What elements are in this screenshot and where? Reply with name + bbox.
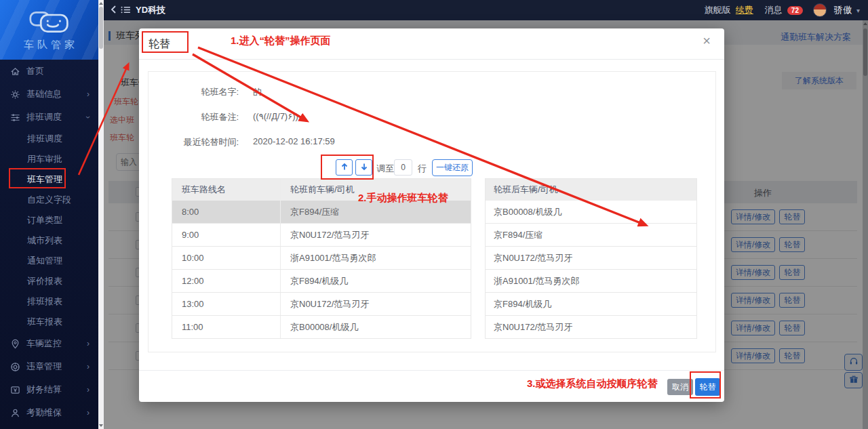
- after-rotation-row[interactable]: 京F894/机级几: [486, 293, 696, 316]
- sidebar-item-order-types[interactable]: 订单类型: [0, 210, 98, 230]
- sidebar-item-label: 考勤维保: [26, 407, 62, 419]
- sidebar-item-label: 排班调度: [27, 133, 62, 145]
- arrow-down-icon: [360, 163, 368, 173]
- sidebar-item-label: 评价报表: [27, 275, 62, 287]
- before-rotation-row[interactable]: 13:00京N0U172/范马刃牙: [172, 293, 471, 316]
- sidebar-item-label: 城市列表: [27, 234, 62, 247]
- row-unit-label: 行: [418, 163, 427, 175]
- messages-link[interactable]: 消息: [765, 4, 783, 16]
- sidebar-item-schedule-dispatch-sub[interactable]: 排班调度: [0, 129, 98, 149]
- sidebar-item-basic-info[interactable]: 基础信息›: [0, 83, 98, 106]
- before-rotation-row[interactable]: 12:00京F894/机级几: [172, 270, 471, 293]
- adjust-label: 调至: [376, 163, 394, 175]
- sliders-icon: [10, 113, 20, 123]
- route-name: 12:00: [172, 270, 281, 292]
- collapse-sidebar-icon[interactable]: [111, 5, 116, 16]
- after-rotation-row[interactable]: 京F894/压缩: [486, 224, 696, 247]
- sidebar-item-finance-settlement[interactable]: 财务结算›: [0, 378, 98, 401]
- before-rotation-row[interactable]: 10:00浙A91001/范马勇次郎: [172, 247, 471, 270]
- route-name: 11:00: [172, 316, 281, 338]
- sidebar-item-custom-fields[interactable]: 自定义字段: [0, 190, 98, 210]
- sidebar-item-label: 排班调度: [26, 111, 62, 123]
- before-vehicle-driver: 京N0U172/范马刃牙: [281, 293, 471, 315]
- sidebar-item-label: 基础信息: [26, 88, 62, 100]
- scroll-up-icon[interactable]: [99, 2, 103, 5]
- sidebar-item-label: 违章管理: [26, 361, 62, 373]
- after-rotation-table: 轮班后车辆/司机 京B00008/机级几京F894/压缩京N0U172/范马刃牙…: [485, 178, 697, 339]
- username[interactable]: 骄傲: [834, 4, 852, 16]
- sidebar-item-label: 订单类型: [27, 214, 62, 226]
- app-name: 车队管家: [20, 39, 78, 52]
- after-rotation-row[interactable]: 浙A91001/范马勇次郎: [486, 270, 696, 293]
- sidebar-item-schedule-report[interactable]: 排班报表: [0, 291, 98, 312]
- before-rotation-row[interactable]: 9:00京N0U172/范马刃牙: [172, 224, 471, 247]
- modal-title: 轮替: [149, 37, 170, 52]
- sidebar-item-schedule-dispatch[interactable]: 排班调度›: [0, 106, 98, 129]
- shift-remark-value: ((٩(//Д/7)۶)): [253, 111, 298, 121]
- sidebar-item-label: 财务结算: [26, 384, 62, 396]
- sidebar-menu: 首页基础信息›排班调度›排班调度用车审批班车管理自定义字段订单类型城市列表通知管…: [0, 60, 98, 424]
- after-rotation-row[interactable]: 京N0U172/范马刃牙: [486, 316, 696, 339]
- sidebar-item-attendance-maintenance[interactable]: 考勤维保›: [0, 401, 98, 424]
- avatar[interactable]: [813, 3, 827, 17]
- rotation-modal: 轮替 × 轮班名字: 的 轮班备注: ((٩(//Д/7)۶)) 最近轮替时间:…: [139, 28, 724, 402]
- gear-icon: [10, 89, 20, 100]
- shift-name-label: 轮班名字:: [166, 86, 239, 98]
- route-name: 9:00: [172, 224, 281, 246]
- after-rotation-row[interactable]: 京N0U172/范马刃牙: [486, 247, 696, 270]
- sidebar-item-label: 排班报表: [27, 295, 62, 308]
- sidebar-item-vehicle-monitor[interactable]: 车辆监控›: [0, 332, 98, 355]
- sidebar-item-violation-management[interactable]: 违章管理›: [0, 355, 98, 378]
- one-key-restore-button[interactable]: 一键还原: [432, 159, 473, 176]
- after-vehicle-driver: 京N0U172/范马刃牙: [486, 247, 696, 269]
- modal-header-divider: [139, 59, 724, 60]
- move-up-button[interactable]: [336, 159, 353, 176]
- after-vehicle-driver: 京B00008/机级几: [486, 201, 696, 223]
- sidebar-item-home[interactable]: 首页: [0, 60, 98, 83]
- renew-link[interactable]: 续费: [736, 4, 753, 16]
- before-table-body: 8:00京F894/压缩9:00京N0U172/范马刃牙10:00浙A91001…: [172, 201, 471, 339]
- sidebar-item-shuttle-report[interactable]: 班车报表: [0, 312, 98, 332]
- sidebar-item-notice-management[interactable]: 通知管理: [0, 251, 98, 271]
- before-vehicle-driver: 京N0U172/范马刃牙: [281, 224, 471, 246]
- last-rotation-time-label: 最近轮替时间:: [166, 136, 239, 148]
- before-vehicle-driver: 京F894/压缩: [281, 201, 471, 223]
- sidebar-item-vehicle-approval[interactable]: 用车审批: [0, 149, 98, 169]
- chevron-down-icon[interactable]: ▾: [856, 7, 860, 14]
- sidebar-item-shuttle-management[interactable]: 班车管理: [0, 169, 98, 190]
- arrow-up-icon: [340, 163, 349, 173]
- sidebar-item-label: 班车管理: [27, 173, 62, 186]
- move-down-button[interactable]: [355, 159, 372, 176]
- rotate-confirm-button[interactable]: 轮替: [695, 378, 720, 396]
- after-vehicle-driver: 浙A91001/范马勇次郎: [486, 270, 696, 292]
- route-name: 8:00: [172, 201, 281, 223]
- sidebar-scrollbar[interactable]: [98, 0, 104, 429]
- shift-remark-label: 轮班备注:: [166, 111, 239, 123]
- sidebar-item-city-list[interactable]: 城市列表: [0, 230, 98, 251]
- messages-badge: 72: [787, 6, 803, 15]
- before-rotation-row[interactable]: 8:00京F894/压缩: [172, 201, 471, 224]
- chevron-right-icon: ›: [87, 363, 90, 371]
- sidebar-item-label: 首页: [26, 65, 44, 77]
- before-rotation-table: 班车路线名 轮班前车辆/司机 8:00京F894/压缩9:00京N0U172/范…: [172, 178, 471, 339]
- sidebar-item-label: 自定义字段: [27, 194, 71, 206]
- sidebar-item-evaluation-report[interactable]: 评价报表: [0, 271, 98, 291]
- topbar: YD科技 旗舰版 续费 消息 72 骄傲 ▾: [104, 0, 868, 20]
- before-rotation-row[interactable]: 11:00京B00008/机级几: [172, 316, 471, 339]
- scrollbar-thumb[interactable]: [99, 7, 103, 49]
- home-icon: [10, 66, 20, 77]
- scroll-down-icon[interactable]: [99, 424, 103, 427]
- cancel-button[interactable]: 取消: [667, 379, 693, 395]
- chevron-down-icon: ›: [84, 116, 92, 119]
- close-icon[interactable]: ×: [703, 34, 711, 47]
- adjust-row-input[interactable]: [394, 159, 412, 176]
- pin-icon: [10, 339, 20, 349]
- chevron-right-icon: ›: [87, 409, 90, 417]
- sidebar-item-label: 车辆监控: [26, 338, 62, 350]
- shift-name-value: 的: [253, 86, 262, 98]
- before-column-header: 轮班前车辆/司机: [281, 179, 471, 201]
- route-name: 13:00: [172, 293, 281, 315]
- list-icon[interactable]: [121, 5, 131, 16]
- after-rotation-row[interactable]: 京B00008/机级几: [486, 201, 696, 224]
- sidebar-item-label: 用车审批: [27, 153, 62, 165]
